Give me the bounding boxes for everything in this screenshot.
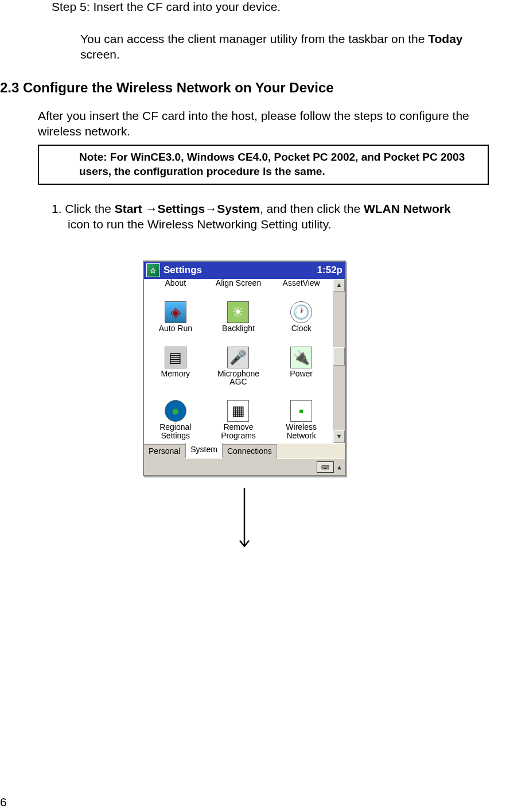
note-box: Note: For WinCE3.0, Windows CE4.0, Pocke…: [38, 145, 489, 184]
wireless-icon: ▪: [290, 400, 312, 422]
power-icon: 🔌: [290, 347, 312, 368]
app-about[interactable]: About: [144, 279, 207, 287]
scroll-track[interactable]: [333, 292, 345, 430]
instr-pre: 1. Click the: [52, 202, 115, 215]
sip-up-icon[interactable]: ▲: [336, 464, 342, 471]
scroll-up-icon[interactable]: ▲: [333, 279, 345, 292]
app-label: Memory: [144, 370, 207, 378]
scroll-thumb[interactable]: [333, 347, 345, 366]
instr-mid: , and then click the: [260, 202, 364, 215]
regional-icon: ●: [165, 400, 186, 422]
page-number: 6: [0, 795, 7, 809]
app-align-screen[interactable]: Align Screen: [207, 279, 270, 287]
app-memory[interactable]: ▤Memory: [144, 343, 207, 386]
app-wireless-network[interactable]: ▪WirelessNetwork: [270, 397, 333, 440]
tab-personal[interactable]: Personal: [144, 444, 185, 459]
today-bold: Today: [428, 32, 462, 45]
remove-icon: ▦: [227, 400, 249, 422]
access-note: You can access the client manager utilit…: [80, 31, 489, 63]
app-clock[interactable]: 🕐Clock: [270, 298, 333, 333]
instr-post: icon to run the Wireless Networking Sett…: [68, 217, 331, 231]
app-power[interactable]: 🔌Power: [270, 343, 333, 386]
section-heading: 2.3 Configure the Wireless Network on Yo…: [0, 80, 489, 96]
app-label: Auto Run: [144, 324, 207, 333]
vertical-scrollbar[interactable]: ▲ ▼: [333, 279, 345, 443]
access-line-2: screen.: [80, 48, 120, 61]
app-backlight[interactable]: ☀Backlight: [207, 298, 270, 333]
clock-icon: 🕐: [290, 301, 312, 323]
app-label: Backlight: [207, 324, 270, 333]
access-line-1: You can access the client manager utilit…: [80, 32, 428, 45]
keyboard-icon[interactable]: ⌨: [317, 461, 334, 473]
memory-icon: ▤: [165, 347, 186, 368]
clock-display[interactable]: 1:52p: [317, 265, 342, 276]
tab-connections[interactable]: Connections: [223, 444, 277, 459]
app-label: WirelessNetwork: [270, 423, 333, 440]
start-icon[interactable]: ☆: [146, 263, 160, 277]
app-microphone-agc[interactable]: 🎤MicrophoneAGC: [207, 343, 270, 386]
flow-arrow-down: [0, 488, 489, 554]
tab-system[interactable]: System: [185, 443, 223, 458]
app-label: MicrophoneAGC: [207, 370, 270, 386]
pda-screenshot: ☆ Settings 1:52p AboutAlign ScreenAssetV…: [0, 261, 489, 554]
bottom-bar: ⌨ ▲: [144, 459, 345, 475]
intro-paragraph: After you insert the CF card into the ho…: [38, 108, 489, 139]
app-label: Align Screen: [207, 279, 270, 287]
app-assetview[interactable]: AssetView: [270, 279, 333, 287]
app-label: RemovePrograms: [207, 423, 270, 440]
app-remove-programs[interactable]: ▦RemovePrograms: [207, 397, 270, 440]
app-regional-settings[interactable]: ●RegionalSettings: [144, 397, 207, 440]
tab-bar: PersonalSystemConnections: [144, 443, 345, 459]
instr-bold-2: WLAN Network: [364, 202, 451, 215]
app-label: About: [144, 279, 207, 287]
app-label: Clock: [270, 324, 333, 333]
title-bar: ☆ Settings 1:52p: [144, 262, 345, 279]
app-auto-run[interactable]: ◈Auto Run: [144, 298, 207, 333]
app-label: AssetView: [270, 279, 333, 287]
window-title: Settings: [164, 265, 317, 276]
app-label: RegionalSettings: [144, 423, 207, 440]
app-label: Power: [270, 370, 333, 378]
mic-icon: 🎤: [227, 347, 249, 368]
step-5-text: Step 5: Insert the CF card into your dev…: [52, 0, 489, 14]
autorun-icon: ◈: [165, 301, 186, 323]
instruction-1: 1. Click the Start →Settings→System, and…: [52, 201, 489, 232]
scroll-down-icon[interactable]: ▼: [333, 430, 345, 443]
backlight-icon: ☀: [227, 301, 249, 323]
instr-bold-1: Start →Settings→System: [115, 202, 260, 215]
